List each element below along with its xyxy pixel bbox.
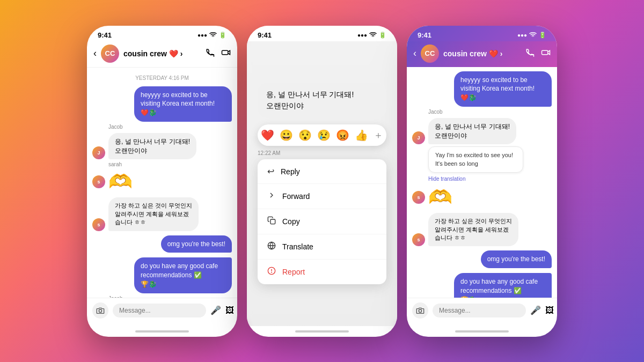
sender-jacob-r1: Jacob [428,109,552,115]
avatar-jacob-r: J [412,131,425,144]
svg-rect-0 [222,50,228,55]
msg-sent-r2: omg you're the best! [481,250,552,268]
reactions-row: ❤️ 😀 😯 😢 😡 👍 ＋ [258,124,386,146]
avatar-right: CC [421,45,439,63]
reaction-thumbs[interactable]: 👍 [355,129,368,142]
reaction-smile[interactable]: 😀 [280,129,293,142]
msg-sent-r3: do you have any good cafe recommendation… [454,272,552,297]
svg-rect-2 [270,219,275,224]
msg-received-r2-wrap: s 가장 하고 싶은 것이 무엇인지알려주시면 계획을 세워보겠습니다 ㅎㅎ [412,213,552,246]
svg-point-7 [272,272,272,272]
context-reply[interactable]: ↩ Reply [258,159,386,184]
bubble-sent-2: omg you're the best! [161,235,232,253]
video-icon-right[interactable] [541,48,551,60]
image-icon-right[interactable]: 🖼 [545,306,554,315]
chat-header-right: ‹ CC cousin crew ❤️ › [407,41,557,67]
messages-left: YESTERDAY 4:16 PM heyyyy so excited to b… [87,68,237,298]
context-time-label: 12:22 AM [258,150,386,156]
emoji-msg-1: s 🫶 [92,171,232,193]
svg-point-9 [419,309,421,312]
timestamp-left: YESTERDAY 4:16 PM [92,75,232,81]
context-copy[interactable]: Copy [258,209,386,234]
bubble-received-2: 가장 하고 싶은 것이 무엇인지알려주시면 계획을 세워보겠습니다 ㅎㅎ [108,197,199,231]
input-icons-left: 🎤 🖼 😊 ＋ [210,303,237,317]
status-bar-right: 9:41 ●●● 🔋 [407,26,557,41]
msg-sent-1: heyyyy so excited to be visiting Korea n… [134,86,232,122]
messages-right: heyyyy so excited to be visiting Korea n… [407,67,557,298]
time-right: 9:41 [418,31,431,39]
header-actions-right [525,48,551,60]
hide-translation-button[interactable]: Hide translation [428,176,552,182]
sender-jacob-1: Jacob [108,124,232,130]
status-icons-right: ●●● 🔋 [517,31,546,39]
wifi-icon-middle [369,31,377,39]
phone-middle: 9:41 ●●● 🔋 응, 널 만나서 너무 기대돼! 오랜만이야 ❤️ 😀 😯… [247,26,397,337]
home-indicator-right [407,326,557,337]
avatar-jacob: J [92,146,105,159]
svg-rect-8 [542,50,548,55]
svg-point-1 [99,309,101,312]
signal-icon-middle: ●●● [357,32,367,38]
avatar-sarah-2: s [92,218,105,231]
camera-button-left[interactable] [92,302,108,319]
input-bar-right: 🎤 🖼 😊 ＋ [407,298,557,326]
message-input-left[interactable] [113,304,206,317]
context-forward[interactable]: Forward [258,184,386,209]
wifi-icon-left [209,31,217,39]
chat-header-left: ‹ CC cousin crew ❤️ › [87,41,237,68]
time-middle: 9:41 [258,31,272,39]
mic-icon-right[interactable]: 🎤 [530,305,541,315]
image-icon-left[interactable]: 🖼 [225,306,234,315]
emoji-heart: 🫶 [108,171,133,193]
context-menu: ↩ Reply Forward Copy [258,159,386,284]
bubble-received-r1: 응, 널 만나서 너무 기대돼!오랜만이야 [428,118,516,145]
context-translate[interactable]: Translate [258,234,386,260]
context-menu-overlay: 응, 널 만나서 너무 기대돼! 오랜만이야 ❤️ 😀 😯 😢 😡 👍 ＋ 12… [247,41,397,326]
avatar-sarah-r: s [412,191,425,204]
bubble-sent-3: do you have any good cafe recommendation… [134,257,232,293]
header-info-left: cousin crew ❤️ › [123,49,201,58]
phone-icon-right[interactable] [525,48,535,60]
status-bar-middle: 9:41 ●●● 🔋 [247,26,397,41]
home-indicator-left [87,326,237,337]
signal-icon-right: ●●● [517,32,527,38]
report-icon [267,267,276,277]
phone-icon-left[interactable] [205,48,215,60]
phone-left: 9:41 ●●● 🔋 ‹ CC cousin crew ❤️ › Y [87,26,237,337]
bubble-sent-r3: do you have any good cafe recommendation… [454,273,552,297]
forward-label: Forward [282,192,310,201]
input-bar-left: 🎤 🖼 😊 ＋ [87,298,237,326]
bubble-sent-r1: heyyyy so excited to be visiting Korea n… [454,71,552,107]
reaction-angry[interactable]: 😡 [336,129,349,142]
msg-sent-r1: heyyyy so excited to be visiting Korea n… [454,71,552,107]
video-icon-left[interactable] [221,48,231,60]
msg-received-2-wrap: s 가장 하고 싶은 것이 무엇인지알려주시면 계획을 세워보겠습니다 ㅎㅎ [92,197,232,231]
signal-icon-left: ●●● [197,32,207,38]
back-button-right[interactable]: ‹ [413,48,416,59]
bubble-sent-r2: omg you're the best! [481,250,552,268]
bubble-received-r2: 가장 하고 싶은 것이 무엇인지알려주시면 계획을 세워보겠습니다 ㅎㅎ [428,213,518,246]
msg-sent-2: omg you're the best! [161,235,232,253]
header-actions-left [205,48,231,60]
header-name-left: cousin crew ❤️ › [123,49,201,58]
context-report[interactable]: Report [258,260,386,284]
time-left: 9:41 [98,31,112,39]
reaction-sad[interactable]: 😢 [317,129,331,142]
reaction-add-button[interactable]: ＋ [374,129,383,142]
translate-label: Translate [282,242,313,251]
reply-icon: ↩ [267,166,274,176]
mic-icon-left[interactable]: 🎤 [210,305,221,315]
wifi-icon-right [529,31,537,39]
copy-icon [267,216,276,227]
translation-bubble-right: Yay I'm so excited to see you! It's been… [428,146,523,173]
reaction-surprised[interactable]: 😯 [298,129,312,142]
home-bar-right [455,330,509,333]
header-name-right: cousin crew ❤️ › [443,49,521,58]
copy-label: Copy [282,217,300,226]
back-button-left[interactable]: ‹ [93,48,97,59]
input-icons-right: 🎤 🖼 😊 ＋ [530,303,557,317]
reaction-heart[interactable]: ❤️ [261,129,274,142]
phone-right: 9:41 ●●● 🔋 ‹ CC cousin crew ❤️ › [407,26,557,337]
camera-button-right[interactable] [412,302,428,319]
message-input-right[interactable] [433,304,526,317]
